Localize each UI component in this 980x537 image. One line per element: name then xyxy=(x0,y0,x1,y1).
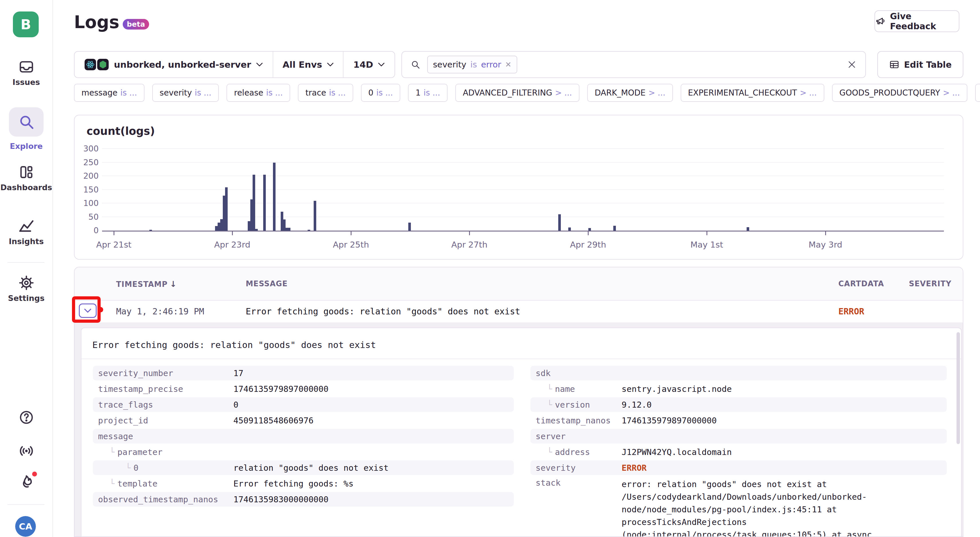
gridline xyxy=(102,175,944,176)
chart-bar xyxy=(285,228,288,231)
sidebar-item-label: Issues xyxy=(0,78,52,87)
node-platform-icon xyxy=(97,59,109,70)
filter-chip[interactable]: messageis ... xyxy=(74,84,145,102)
attribute-value: J12PWN42YQ.localdomain xyxy=(622,446,947,458)
filter-chip[interactable]: severityis ... xyxy=(152,84,219,102)
detail-attributes-right: sdk└namesentry.javascript.node└version9.… xyxy=(530,366,947,537)
gridline xyxy=(102,189,944,190)
x-axis-tick-label: Apr 23rd xyxy=(204,240,261,250)
log-search-input[interactable]: severity is error ✕ xyxy=(401,51,866,78)
org-logo-letter: B xyxy=(21,16,31,32)
beta-badge: beta xyxy=(123,19,149,30)
chart-bar xyxy=(308,230,310,231)
y-axis-tick-label: 150 xyxy=(76,185,99,194)
chart-plot-area xyxy=(102,149,944,231)
chart-bar xyxy=(263,175,266,231)
filter-chip[interactable]: traceis ... xyxy=(298,84,353,102)
attribute-row: trace_flags0 xyxy=(93,397,514,412)
sort-desc-icon: ↓ xyxy=(170,279,177,289)
search-icon xyxy=(18,113,35,130)
x-axis-tick xyxy=(588,231,589,235)
filter-chip[interactable]: DARK_MODE> ... xyxy=(587,84,673,102)
edit-table-button[interactable]: Edit Table xyxy=(877,51,963,78)
attribute-value: 1746135979897000000 xyxy=(622,414,947,427)
clear-search-icon[interactable] xyxy=(847,60,857,69)
log-table-row[interactable]: May 1, 2:46:19 PM Error fetching goods: … xyxy=(75,301,963,322)
attribute-key: severity xyxy=(530,463,622,473)
y-axis-tick-label: 50 xyxy=(76,212,99,222)
attribute-row: observed_timestamp_nanos1746135983000000… xyxy=(93,492,514,507)
row-message: Error fetching goods: relation "goods" d… xyxy=(246,306,520,316)
project-selector[interactable]: unborked, unborked-server xyxy=(75,52,273,78)
filter-chip[interactable]: 1is ... xyxy=(408,84,447,102)
detail-divider xyxy=(81,359,961,359)
attribute-row: └parameter xyxy=(93,445,514,459)
chart-bar xyxy=(253,175,255,231)
chart-bar xyxy=(288,228,290,231)
chart-bar xyxy=(613,226,616,231)
column-header-timestamp[interactable]: TIMESTAMP↓ xyxy=(116,279,177,289)
column-header-severity[interactable]: SEVERITY xyxy=(909,279,951,288)
help-button[interactable] xyxy=(0,410,52,425)
sidebar-item-issues[interactable]: Issues xyxy=(0,59,52,87)
x-axis-tick xyxy=(469,231,470,235)
filter-chip[interactable]: GOODS_PRODUCTQUERY> ... xyxy=(832,84,967,102)
attribute-key: stack xyxy=(530,478,622,488)
filter-chip[interactable]: EXPERIMENTAL_CHECKOUT> ... xyxy=(681,84,824,102)
detail-attributes-left: severity_number17timestamp_precise174613… xyxy=(93,366,514,508)
user-avatar[interactable]: CA xyxy=(15,516,36,537)
x-axis-tick-label: May 1st xyxy=(678,240,735,250)
chart-title: count(logs) xyxy=(87,125,155,137)
insights-chart-icon xyxy=(0,218,52,234)
attribute-value: 9.12.0 xyxy=(622,398,947,411)
filter-chip[interactable]: ADVANCED_FILTERING> ... xyxy=(455,84,579,102)
date-range-label: 14D xyxy=(353,59,373,70)
annotation-highlight-dot xyxy=(98,307,103,312)
give-feedback-button[interactable]: Give Feedback xyxy=(875,10,959,32)
date-range-selector[interactable]: 14D xyxy=(344,52,395,78)
sidebar-item-settings[interactable]: Settings xyxy=(0,275,52,303)
attribute-key: trace_flags xyxy=(93,400,233,410)
chart-bar xyxy=(273,163,275,231)
attribute-row: message xyxy=(93,429,514,443)
attribute-key: project_id xyxy=(93,416,233,425)
see-full-list-chip[interactable]: See full list xyxy=(975,84,980,102)
help-icon xyxy=(0,410,52,425)
sidebar-item-dashboards[interactable]: Dashboards xyxy=(0,164,52,192)
project-selector-label: unborked, unborked-server xyxy=(114,59,251,70)
sidebar-item-explore[interactable] xyxy=(9,107,44,137)
filter-chip[interactable]: 0is ... xyxy=(361,84,401,102)
sidebar-item-explore-label[interactable]: Explore xyxy=(0,139,52,151)
page-title: Logs xyxy=(74,12,119,32)
onboarding-button[interactable] xyxy=(0,474,52,491)
x-axis-tick xyxy=(113,231,115,235)
remove-token-icon[interactable]: ✕ xyxy=(505,60,512,69)
column-header-message[interactable]: MESSAGE xyxy=(246,279,288,288)
quick-filter-row: messageis ...severityis ...releaseis ...… xyxy=(74,84,980,102)
sidebar-item-insights[interactable]: Insights xyxy=(0,218,52,246)
attribute-value: Error fetching goods: %s xyxy=(233,477,514,490)
filter-chip[interactable]: releaseis ... xyxy=(226,84,290,102)
whats-new-button[interactable] xyxy=(0,443,52,459)
attribute-value: 1746135979897000000 xyxy=(233,382,514,395)
chevron-down-icon xyxy=(378,62,385,67)
logs-table-panel: TIMESTAMP↓ MESSAGE CARTDATA SEVERITY May… xyxy=(74,267,963,537)
chart-bar xyxy=(747,227,749,231)
attribute-value: error: relation "goods" does not exist a… xyxy=(622,478,947,537)
log-detail-section: Error fetching goods: relation "goods" d… xyxy=(75,322,963,536)
attribute-value: sentry.javascript.node xyxy=(622,382,947,395)
attribute-row: timestamp_precise1746135979897000000 xyxy=(93,381,514,396)
sidebar-divider-bottom xyxy=(8,504,45,505)
org-logo[interactable]: B xyxy=(13,11,39,37)
detail-scrollbar[interactable] xyxy=(956,332,960,444)
chevron-down-icon xyxy=(256,62,262,67)
column-header-cartdata[interactable]: CARTDATA xyxy=(838,279,884,288)
x-axis-tick xyxy=(232,231,233,235)
search-filter-token[interactable]: severity is error ✕ xyxy=(427,56,517,73)
quick-filter-chips: messageis ...severityis ...releaseis ...… xyxy=(74,84,967,102)
page-filter-bar: unborked, unborked-server All Envs 14D xyxy=(74,51,395,78)
x-axis-tick xyxy=(706,231,707,235)
environment-selector[interactable]: All Envs xyxy=(273,52,344,78)
attribute-row: timestamp_nanos1746135979897000000 xyxy=(530,413,947,428)
attribute-row: └namesentry.javascript.node xyxy=(530,381,947,396)
